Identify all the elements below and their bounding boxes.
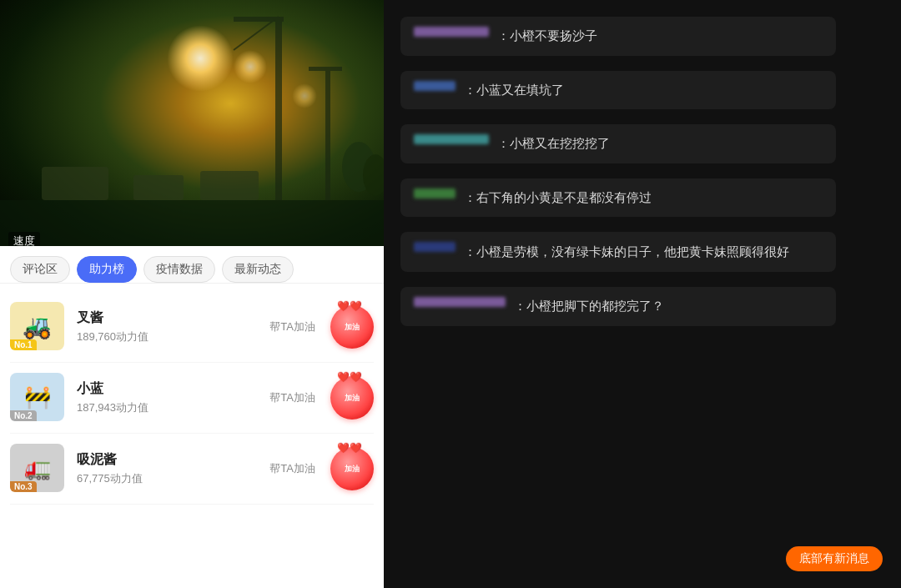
- rank-info-1: 叉酱 189,760动力值: [77, 309, 261, 344]
- rank-score-1: 189,760动力值: [77, 329, 261, 344]
- rank-badge-2: 🚧 No.2: [10, 373, 68, 423]
- msg-text-3: ：小橙又在挖挖挖了: [497, 134, 610, 153]
- msg-text-2: ：小蓝又在填坑了: [464, 81, 564, 100]
- no3-label: No.3: [10, 481, 37, 492]
- rank-info-2: 小蓝 187,943动力值: [77, 380, 261, 415]
- msg-text-1: ：小橙不要扬沙子: [497, 27, 597, 46]
- tabs-bar: 评论区 助力榜 疫情数据 最新动态: [0, 246, 384, 284]
- chat-message-2: ：小蓝又在填坑了: [400, 71, 884, 110]
- cheer-hearts-1: ❤️❤️: [337, 300, 362, 312]
- tab-leaderboard[interactable]: 助力榜: [77, 256, 137, 283]
- cheer-btn-1[interactable]: ❤️❤️ 加油: [330, 305, 374, 349]
- msg-text-6: ：小橙把脚下的都挖完了？: [514, 297, 664, 316]
- no1-label: No.1: [10, 339, 37, 350]
- username-blur-2: [414, 81, 456, 91]
- chat-message-5: ：小橙是劳模，没有绿卡妹的日子，他把黄卡妹照顾得很好: [400, 232, 884, 272]
- tab-latest[interactable]: 最新动态: [222, 256, 294, 283]
- cheer-hearts-3: ❤️❤️: [337, 442, 362, 454]
- chat-bubble-1: ：小橙不要扬沙子: [400, 17, 836, 56]
- msg-text-5: ：小橙是劳模，没有绿卡妹的日子，他把黄卡妹照顾得很好: [464, 242, 789, 262]
- video-area: 速度: [0, 0, 384, 259]
- username-blur-4: [414, 188, 456, 199]
- chat-bubble-3: ：小橙又在挖挖挖了: [400, 124, 836, 163]
- cheer-hearts-2: ❤️❤️: [337, 371, 362, 383]
- chat-message-1: ：小橙不要扬沙子: [400, 17, 884, 56]
- avatar-excavator: 🚧 No.2: [10, 373, 64, 421]
- svg-rect-1: [275, 17, 282, 200]
- username-blur-5: [414, 242, 456, 252]
- svg-rect-8: [200, 171, 259, 200]
- rank-info-3: 吸泥酱 67,775动力值: [77, 451, 261, 486]
- username-blur-3: [414, 134, 489, 144]
- video-background: 速度: [0, 0, 384, 259]
- rank-item-1: 🚜 No.1 叉酱 189,760动力值 帮TA加油 ❤️❤️ 加油: [10, 292, 374, 363]
- cheer-label-2: 加油: [345, 394, 360, 403]
- cheer-btn-2[interactable]: ❤️❤️ 加油: [330, 376, 374, 420]
- username-blur-6: [414, 297, 506, 307]
- rank-name-3: 吸泥酱: [77, 451, 261, 469]
- rank-score-3: 67,775动力值: [77, 471, 261, 486]
- crane-svg: [0, 0, 384, 259]
- no2-label: No.2: [10, 410, 37, 421]
- username-blur-1: [414, 27, 489, 37]
- svg-rect-7: [133, 175, 184, 200]
- svg-rect-6: [42, 167, 108, 200]
- chat-bubble-5: ：小橙是劳模，没有绿卡妹的日子，他把黄卡妹照顾得很好: [400, 232, 836, 272]
- rank-name-2: 小蓝: [77, 380, 261, 398]
- msg-text-4: ：右下角的小黄是不是都没有停过: [464, 188, 652, 208]
- new-message-badge[interactable]: 底部有新消息: [786, 546, 883, 571]
- help-btn-2[interactable]: 帮TA加油: [269, 390, 315, 405]
- rank-badge-1: 🚜 No.1: [10, 302, 68, 352]
- cheer-btn-3[interactable]: ❤️❤️ 加油: [330, 447, 374, 490]
- svg-rect-5: [309, 67, 342, 71]
- chat-bubble-6: ：小橙把脚下的都挖完了？: [400, 287, 836, 326]
- rank-item-3: 🚛 No.3 吸泥酱 67,775动力值 帮TA加油 ❤️❤️ 加油: [10, 434, 374, 505]
- rank-badge-3: 🚛 No.3: [10, 444, 68, 494]
- cheer-label-1: 加油: [345, 323, 360, 332]
- chat-panel: ：小橙不要扬沙子 ：小蓝又在填坑了 ：小橙又在挖挖挖了 ：右下角的小黄是不是都没…: [384, 0, 901, 588]
- leaderboard-list: 🚜 No.1 叉酱 189,760动力值 帮TA加油 ❤️❤️ 加油: [0, 284, 384, 513]
- chat-message-6: ：小橙把脚下的都挖完了？: [400, 287, 884, 326]
- rank-name-1: 叉酱: [77, 309, 261, 327]
- chat-bubble-4: ：右下角的小黄是不是都没有停过: [400, 178, 836, 218]
- tab-comments[interactable]: 评论区: [10, 256, 70, 283]
- bottom-card: 评论区 助力榜 疫情数据 最新动态 🚜 No.1 叉酱 189,760动力值 帮: [0, 246, 384, 588]
- rank-item-2: 🚧 No.2 小蓝 187,943动力值 帮TA加油 ❤️❤️ 加油: [10, 363, 374, 434]
- left-panel: 速度 评论区 助力榜 疫情数据 最新动态 🚜 No.1 叉酱: [0, 0, 384, 588]
- tab-epidemic[interactable]: 疫情数据: [143, 256, 215, 283]
- svg-rect-4: [325, 67, 330, 200]
- cheer-label-3: 加油: [345, 465, 360, 474]
- chat-message-3: ：小橙又在挖挖挖了: [400, 124, 884, 163]
- avatar-mixer: 🚛 No.3: [10, 444, 64, 492]
- help-btn-1[interactable]: 帮TA加油: [269, 319, 315, 334]
- rank-score-2: 187,943动力值: [77, 400, 261, 415]
- chat-bubble-2: ：小蓝又在填坑了: [400, 71, 836, 110]
- avatar-forklift: 🚜 No.1: [10, 302, 64, 350]
- help-btn-3[interactable]: 帮TA加油: [269, 461, 315, 476]
- chat-message-4: ：右下角的小黄是不是都没有停过: [400, 178, 884, 218]
